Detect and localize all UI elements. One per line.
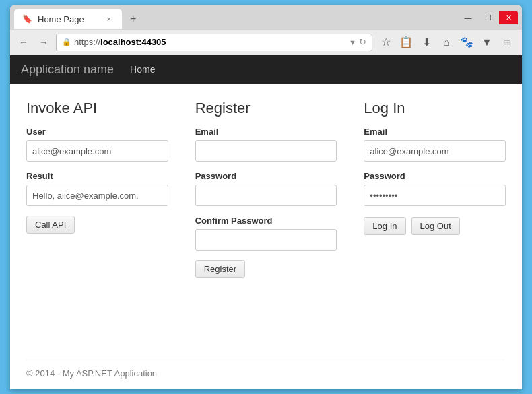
register-title: Register xyxy=(195,100,337,117)
register-confirm-password-label: Confirm Password xyxy=(195,216,337,226)
dropdown-icon[interactable]: ▼ xyxy=(349,38,356,46)
footer-text: © 2014 - My ASP.NET Application xyxy=(26,368,157,379)
footer: © 2014 - My ASP.NET Application xyxy=(26,360,506,379)
tab-icon: 🔖 xyxy=(22,14,32,24)
maximize-button[interactable]: ☐ xyxy=(479,11,498,24)
login-column: Log In Email Password Log In Log Out xyxy=(364,100,506,354)
register-button[interactable]: Register xyxy=(195,260,245,278)
register-password-input[interactable] xyxy=(195,185,337,206)
download-icon[interactable]: ⬇ xyxy=(417,33,436,52)
app-navbar: Application name Home xyxy=(10,55,522,84)
login-btn-row: Log In Log Out xyxy=(364,217,506,235)
call-api-button[interactable]: Call API xyxy=(26,216,75,234)
user-input[interactable] xyxy=(26,140,168,162)
minimize-button[interactable]: — xyxy=(459,11,477,24)
register-email-input[interactable] xyxy=(195,140,337,162)
login-password-label: Password xyxy=(364,171,506,181)
close-button[interactable]: ✕ xyxy=(499,11,518,24)
page-content: Invoke API User Result Call API Register… xyxy=(10,84,522,389)
dropdown-menu-icon[interactable]: ▼ xyxy=(477,33,496,52)
star-icon[interactable]: ☆ xyxy=(376,33,395,52)
lock-icon: 🔒 xyxy=(62,38,71,46)
result-label: Result xyxy=(26,171,168,181)
register-password-label: Password xyxy=(195,171,337,181)
url-icons: ▼ ↻ xyxy=(349,37,366,47)
user-label: User xyxy=(26,127,168,137)
login-email-input[interactable] xyxy=(364,140,506,162)
result-input[interactable] xyxy=(26,185,168,206)
menu-icon[interactable]: ≡ xyxy=(498,33,517,52)
extension-icon[interactable]: 🐾 xyxy=(457,33,476,52)
forward-button[interactable]: → xyxy=(36,34,52,51)
browser-window: 🔖 Home Page × + — ☐ ✕ ← → 🔒 https://loca… xyxy=(10,5,522,389)
url-text: https://localhost:44305 xyxy=(74,37,343,47)
tab-title: Home Page xyxy=(38,14,84,24)
nav-home-link[interactable]: Home xyxy=(127,64,158,75)
new-tab-button[interactable]: + xyxy=(125,9,141,29)
url-host: localhost:44305 xyxy=(100,37,166,47)
clipboard-icon[interactable]: 📋 xyxy=(397,33,415,52)
url-box[interactable]: 🔒 https://localhost:44305 ▼ ↻ xyxy=(56,34,372,51)
address-bar: ← → 🔒 https://localhost:44305 ▼ ↻ ☆ 📋 ⬇ … xyxy=(10,30,522,55)
login-email-label: Email xyxy=(364,127,506,137)
home-icon[interactable]: ⌂ xyxy=(437,33,456,52)
toolbar-icons: ☆ 📋 ⬇ ⌂ 🐾 ▼ ≡ xyxy=(376,33,517,52)
register-column: Register Email Password Confirm Password… xyxy=(195,100,337,354)
columns: Invoke API User Result Call API Register… xyxy=(26,100,506,354)
login-title: Log In xyxy=(364,100,506,117)
app-name: Application name xyxy=(21,63,114,77)
back-button[interactable]: ← xyxy=(15,34,32,51)
logout-button[interactable]: Log Out xyxy=(411,217,460,235)
invoke-api-title: Invoke API xyxy=(26,100,168,117)
register-email-label: Email xyxy=(195,127,337,137)
login-button[interactable]: Log In xyxy=(364,217,405,235)
title-bar: 🔖 Home Page × + — ☐ ✕ xyxy=(10,5,522,30)
browser-tab[interactable]: 🔖 Home Page × xyxy=(14,9,122,29)
login-password-input[interactable] xyxy=(364,185,506,206)
tab-close-button[interactable]: × xyxy=(104,13,114,24)
invoke-api-column: Invoke API User Result Call API xyxy=(26,100,168,354)
url-protocol: https:// xyxy=(74,37,100,47)
window-controls: — ☐ ✕ xyxy=(459,11,518,27)
register-confirm-password-input[interactable] xyxy=(195,229,337,251)
refresh-icon[interactable]: ↻ xyxy=(359,37,366,47)
